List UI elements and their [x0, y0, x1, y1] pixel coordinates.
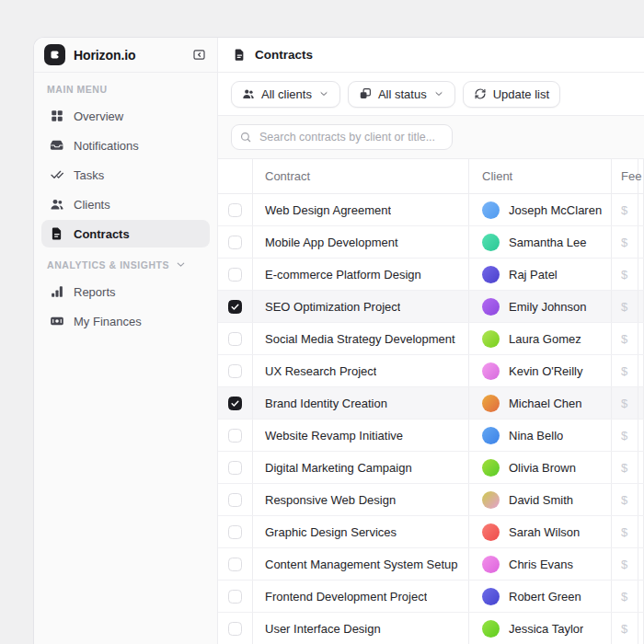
- fee-value: $: [621, 558, 627, 571]
- sidebar-item-label: Contracts: [74, 227, 130, 241]
- table-row: UX Research ProjectKevin O'Reilly$: [218, 355, 644, 387]
- row-checkbox[interactable]: [228, 236, 242, 249]
- contract-cell[interactable]: E-commerce Platform Design: [253, 259, 469, 290]
- row-spacer-cell: [638, 387, 644, 419]
- client-name: Jessica Taylor: [509, 622, 583, 636]
- contract-cell[interactable]: Content Management System Setup: [253, 548, 469, 580]
- fee-value: $: [621, 429, 627, 443]
- row-checkbox[interactable]: [228, 203, 242, 217]
- sidebar-nav: MAIN MENUOverviewNotificationsTasksClien…: [34, 73, 217, 644]
- checkbox-cell: [218, 259, 253, 290]
- contract-cell[interactable]: User Interface Design: [253, 613, 469, 644]
- sidebar-item-overview[interactable]: Overview: [41, 102, 210, 130]
- row-checkbox[interactable]: [228, 397, 242, 410]
- avatar: [482, 556, 500, 573]
- fee-cell: $: [612, 613, 638, 644]
- chevron-down-icon: [433, 88, 444, 99]
- avatar: [482, 395, 500, 412]
- contract-title: Brand Identity Creation: [265, 397, 387, 410]
- section-label-text: ANALYTICS & INSIGHTS: [47, 259, 169, 270]
- fee-cell: $: [612, 516, 638, 547]
- search-input[interactable]: [231, 124, 453, 150]
- sidebar-item-tasks[interactable]: Tasks: [41, 161, 210, 189]
- contract-title: Frontend Development Project: [265, 590, 427, 604]
- row-spacer-cell: [638, 291, 644, 322]
- checkbox-cell: [218, 420, 253, 451]
- contract-cell[interactable]: Brand Identity Creation: [253, 387, 469, 419]
- document-icon: [50, 226, 64, 241]
- checkbox-cell: [218, 452, 253, 483]
- sidebar-item-reports[interactable]: Reports: [41, 278, 210, 305]
- all-clients-filter-button[interactable]: All clients: [231, 81, 340, 108]
- avatar: [482, 523, 500, 541]
- row-checkbox[interactable]: [228, 332, 242, 346]
- section-label-main-menu: MAIN MENU: [47, 84, 204, 95]
- row-checkbox[interactable]: [228, 364, 242, 378]
- contract-cell[interactable]: Responsive Web Design: [253, 484, 469, 515]
- sidebar: Horizon.io MAIN MENUOverviewNotification…: [34, 38, 218, 644]
- contract-cell[interactable]: Frontend Development Project: [253, 581, 469, 612]
- client-name: Samantha Lee: [509, 236, 587, 249]
- all-status-filter-button[interactable]: All status: [348, 81, 455, 108]
- fee-cell: $: [612, 291, 638, 322]
- inbox-icon: [50, 138, 64, 153]
- app-window: Horizon.io MAIN MENUOverviewNotification…: [33, 37, 644, 644]
- main-content: Contracts All clients All status Update …: [218, 38, 644, 644]
- contract-cell[interactable]: UX Research Project: [253, 355, 469, 386]
- all-clients-label: All clients: [261, 87, 312, 101]
- table-row: Content Management System SetupChris Eva…: [218, 548, 644, 581]
- sidebar-item-notifications[interactable]: Notifications: [41, 132, 210, 159]
- client-name: Nina Bello: [509, 429, 563, 443]
- contract-title: Social Media Strategy Development: [265, 332, 455, 346]
- row-spacer-cell: [638, 420, 644, 451]
- fee-value: $: [621, 332, 627, 346]
- row-checkbox[interactable]: [228, 622, 242, 636]
- sidebar-item-contracts[interactable]: Contracts: [41, 220, 210, 247]
- contract-title: Web Design Agreement: [265, 203, 391, 217]
- brand-name: Horizon.io: [74, 48, 135, 63]
- brand-logo-icon: [44, 44, 65, 65]
- fee-value: $: [621, 203, 627, 217]
- row-checkbox[interactable]: [228, 429, 242, 443]
- checkbox-cell: [218, 516, 253, 547]
- row-checkbox[interactable]: [228, 558, 242, 571]
- row-checkbox[interactable]: [228, 461, 242, 475]
- contract-cell[interactable]: Graphic Design Services: [253, 516, 469, 547]
- contract-cell[interactable]: Digital Marketing Campaign: [253, 452, 469, 483]
- contract-cell[interactable]: Website Revamp Initiative: [253, 420, 469, 451]
- row-checkbox[interactable]: [228, 493, 242, 507]
- sidebar-item-clients[interactable]: Clients: [41, 190, 210, 218]
- fee-value: $: [621, 525, 627, 539]
- row-checkbox[interactable]: [228, 268, 242, 282]
- client-cell: Emily Johnson: [469, 291, 612, 322]
- row-spacer-cell: [638, 484, 644, 515]
- contract-cell[interactable]: Mobile App Development: [253, 226, 469, 258]
- client-name: David Smith: [509, 493, 573, 507]
- avatar: [482, 620, 500, 638]
- table-row: SEO Optimization ProjectEmily Johnson$: [218, 291, 644, 323]
- sidebar-item-label: Notifications: [74, 139, 139, 153]
- fee-value: $: [621, 461, 627, 475]
- avatar: [482, 491, 500, 509]
- table-row: Website Revamp InitiativeNina Bello$: [218, 420, 644, 452]
- client-name: Chris Evans: [509, 558, 573, 571]
- contract-title: Digital Marketing Campaign: [265, 461, 412, 475]
- row-spacer-cell: [638, 355, 644, 386]
- sidebar-collapse-button[interactable]: [190, 46, 208, 64]
- bar-chart-icon: [50, 284, 64, 299]
- row-checkbox[interactable]: [228, 525, 242, 539]
- row-checkbox[interactable]: [228, 590, 242, 604]
- sidebar-item-my-finances[interactable]: My Finances: [41, 307, 210, 335]
- table-row: Web Design AgreementJoseph McClaren$: [218, 194, 644, 226]
- update-list-button[interactable]: Update list: [463, 81, 560, 108]
- client-cell: Kevin O'Reilly: [469, 355, 612, 386]
- contract-title: UX Research Project: [265, 364, 376, 378]
- contract-cell[interactable]: Social Media Strategy Development: [253, 323, 469, 354]
- contract-cell[interactable]: Web Design Agreement: [253, 194, 469, 225]
- section-label-analytics-insights[interactable]: ANALYTICS & INSIGHTS: [47, 259, 204, 270]
- row-checkbox[interactable]: [228, 300, 242, 314]
- fee-cell: $: [612, 452, 638, 483]
- row-spacer-cell: [638, 581, 644, 612]
- contract-title: User Interface Design: [265, 622, 381, 636]
- contract-cell[interactable]: SEO Optimization Project: [253, 291, 469, 322]
